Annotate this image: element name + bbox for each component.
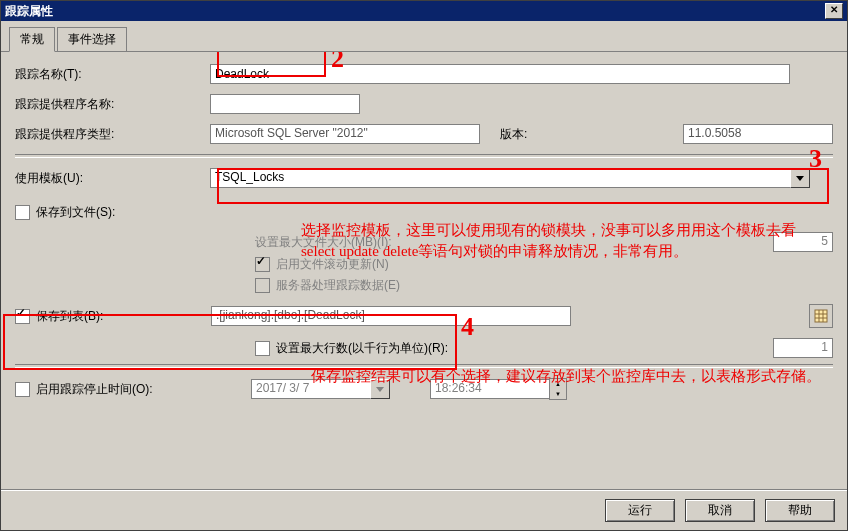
save-to-table-checkbox[interactable] — [15, 309, 30, 324]
template-value: TSQL_Locks — [210, 168, 791, 188]
content-area: 跟踪名称(T): 跟踪提供程序名称: 跟踪提供程序类型: Microsoft S… — [1, 52, 847, 489]
server-process-checkbox — [255, 278, 270, 293]
browse-table-icon[interactable] — [809, 304, 833, 328]
label-save-to-file: 保存到文件(S): — [36, 204, 115, 221]
label-max-rows: 设置最大行数(以千行为单位)(R): — [276, 340, 448, 357]
label-provider-name: 跟踪提供程序名称: — [15, 96, 210, 113]
label-server-process: 服务器处理跟踪数据(E) — [276, 277, 400, 294]
max-file-size-value: 5 — [773, 232, 833, 252]
footer: 运行 取消 帮助 — [1, 489, 847, 530]
stop-time-value: 18:26:34 — [430, 379, 550, 399]
tab-events[interactable]: 事件选择 — [57, 27, 127, 51]
label-enable-rollover: 启用文件滚动更新(N) — [276, 256, 389, 273]
label-version: 版本: — [500, 126, 560, 143]
window-title: 跟踪属性 — [5, 1, 53, 21]
provider-name-value — [210, 94, 360, 114]
stop-date-value: 2017/ 3/ 7 — [251, 379, 371, 399]
version-value: 11.0.5058 — [683, 124, 833, 144]
label-max-file-size: 设置最大文件大小(MB)(I): — [255, 234, 392, 251]
label-provider-type: 跟踪提供程序类型: — [15, 126, 210, 143]
enable-rollover-checkbox — [255, 257, 270, 272]
max-rows-value: 1 — [773, 338, 833, 358]
svg-rect-0 — [815, 310, 827, 322]
chevron-down-icon[interactable] — [790, 168, 810, 188]
label-trace-name: 跟踪名称(T): — [15, 66, 210, 83]
template-combobox[interactable]: TSQL_Locks — [210, 168, 810, 188]
trace-properties-window: 跟踪属性 ✕ 常规 事件选择 跟踪名称(T): 跟踪提供程序名称: 跟踪提供程序… — [0, 0, 848, 531]
date-chevron-down-icon[interactable] — [370, 379, 390, 399]
save-to-file-checkbox[interactable] — [15, 205, 30, 220]
trace-name-input[interactable] — [210, 64, 790, 84]
label-template: 使用模板(U): — [15, 170, 210, 187]
close-icon[interactable]: ✕ — [825, 3, 843, 19]
tabstrip: 常规 事件选择 — [1, 21, 847, 52]
label-stop-time: 启用跟踪停止时间(O): — [36, 381, 251, 398]
max-rows-checkbox[interactable] — [255, 341, 270, 356]
time-spinner[interactable]: ▲▼ — [549, 378, 567, 400]
cancel-button[interactable]: 取消 — [685, 499, 755, 522]
help-button[interactable]: 帮助 — [765, 499, 835, 522]
provider-type-value: Microsoft SQL Server "2012" — [210, 124, 480, 144]
label-save-to-table: 保存到表(B): — [36, 308, 211, 325]
titlebar: 跟踪属性 ✕ — [1, 1, 847, 21]
tab-general[interactable]: 常规 — [9, 27, 55, 52]
stop-time-checkbox[interactable] — [15, 382, 30, 397]
run-button[interactable]: 运行 — [605, 499, 675, 522]
table-dest-value: .[jiankong].[dbo].[DeadLock] — [211, 306, 571, 326]
